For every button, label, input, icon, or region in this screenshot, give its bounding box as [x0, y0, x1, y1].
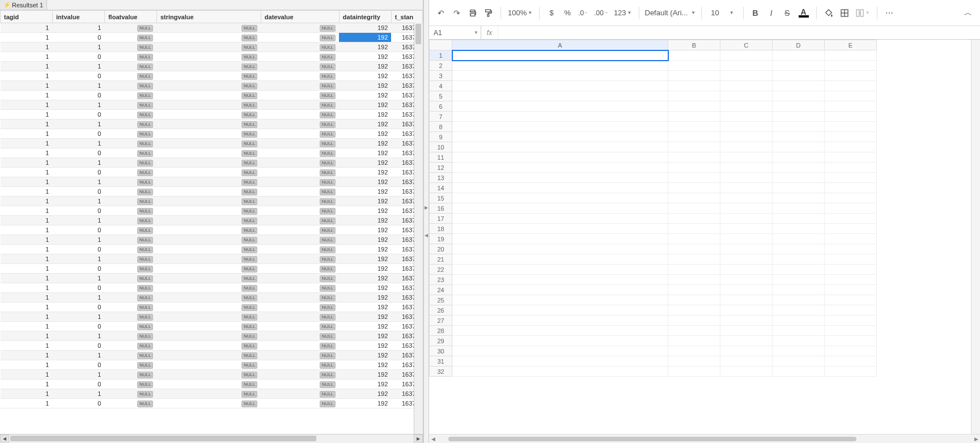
cell[interactable]: 1 [1, 187, 53, 197]
sheet-cell[interactable] [773, 316, 825, 326]
sheet-cell[interactable] [668, 224, 720, 234]
sheet-cell[interactable] [720, 336, 773, 346]
table-row[interactable]: 10NULLNULLNULL19216372 [1, 283, 423, 293]
cell[interactable]: NULL [261, 52, 339, 62]
cell[interactable]: NULL [104, 254, 156, 264]
row-header[interactable]: 18 [430, 224, 452, 234]
cell[interactable]: 192 [339, 245, 391, 254]
row-header[interactable]: 15 [430, 193, 452, 203]
cell[interactable]: 1 [1, 197, 53, 206]
cell[interactable]: 1 [52, 120, 104, 129]
collapse-toolbar-button[interactable]: ︿ [962, 5, 974, 21]
cell[interactable]: NULL [261, 274, 339, 283]
table-row[interactable]: 10NULLNULLNULL19216372 [1, 322, 423, 331]
table-row[interactable]: 11NULLNULLNULL19216372 [1, 177, 423, 187]
cell[interactable]: 1 [1, 168, 53, 177]
row-header[interactable]: 13 [430, 173, 452, 183]
sheet-cell[interactable] [825, 71, 877, 81]
cell[interactable]: NULL [156, 33, 261, 42]
sheet-cell[interactable] [668, 295, 720, 305]
sheet-cell[interactable] [825, 50, 877, 61]
sheet-cell[interactable] [720, 214, 773, 224]
sheet-cell[interactable] [773, 203, 825, 214]
table-row[interactable]: 10NULLNULLNULL19216372 [1, 225, 423, 235]
table-row[interactable]: 10NULLNULLNULL19216372 [1, 91, 423, 100]
cell[interactable]: NULL [104, 177, 156, 187]
cell[interactable]: NULL [104, 360, 156, 370]
cell[interactable]: 1 [1, 264, 53, 274]
cell[interactable]: NULL [104, 52, 156, 62]
column-header-C[interactable]: C [720, 40, 773, 50]
cell[interactable]: 1 [1, 100, 53, 110]
sheet-cell[interactable] [720, 244, 773, 254]
sheet-cell[interactable] [720, 356, 773, 367]
scroll-right-icon[interactable]: ▶ [414, 435, 423, 442]
column-header-B[interactable]: B [668, 40, 720, 50]
cell[interactable]: NULL [156, 148, 261, 158]
cell[interactable]: NULL [156, 23, 261, 33]
sheet-cell[interactable] [452, 356, 668, 367]
row-header[interactable]: 11 [430, 152, 452, 163]
cell[interactable]: 192 [339, 360, 391, 370]
sheet-cell[interactable] [668, 275, 720, 285]
table-row[interactable]: 11NULLNULLNULL19216372 [1, 158, 423, 168]
sheet-cell[interactable] [668, 173, 720, 183]
row-header[interactable]: 17 [430, 214, 452, 224]
cell[interactable]: 0 [52, 168, 104, 177]
sheet-cell[interactable] [452, 346, 668, 356]
cell[interactable]: NULL [104, 197, 156, 206]
table-row[interactable]: 11NULLNULLNULL19216372 [1, 139, 423, 148]
cell[interactable]: 192 [339, 158, 391, 168]
column-header-intvalue[interactable]: intvalue [52, 11, 104, 23]
cell[interactable]: NULL [261, 139, 339, 148]
cell[interactable]: 192 [339, 71, 391, 81]
sheet-cell[interactable] [452, 203, 668, 214]
sheet-cell[interactable] [720, 295, 773, 305]
column-header-floatvalue[interactable]: floatvalue [104, 11, 156, 23]
sheet-cell[interactable] [668, 163, 720, 173]
cell[interactable]: NULL [104, 331, 156, 341]
cell[interactable]: 1 [1, 62, 53, 71]
sheet-cell[interactable] [668, 367, 720, 377]
cell[interactable]: NULL [156, 264, 261, 274]
sheet-cell[interactable] [452, 244, 668, 254]
cell[interactable]: 192 [339, 303, 391, 312]
cell[interactable]: 1 [52, 312, 104, 322]
cell[interactable]: 1 [52, 389, 104, 399]
cell[interactable]: NULL [104, 62, 156, 71]
cell[interactable]: NULL [261, 158, 339, 168]
cell[interactable]: NULL [261, 283, 339, 293]
cell[interactable]: 1 [52, 42, 104, 52]
cell[interactable]: NULL [104, 235, 156, 245]
sheet-cell[interactable] [452, 71, 668, 81]
row-header[interactable]: 5 [430, 91, 452, 101]
percent-button[interactable]: % [561, 5, 574, 21]
cell[interactable]: NULL [156, 158, 261, 168]
cell[interactable]: NULL [104, 42, 156, 52]
sheet-cell[interactable] [720, 224, 773, 234]
cell[interactable]: 0 [52, 52, 104, 62]
cell[interactable]: 192 [339, 322, 391, 331]
sheet-cell[interactable] [452, 132, 668, 142]
sheet-cell[interactable] [825, 101, 877, 112]
cell[interactable]: NULL [261, 399, 339, 408]
cell[interactable]: NULL [156, 254, 261, 264]
table-row[interactable]: 11NULLNULLNULL19216372 [1, 120, 423, 129]
sheet-cell[interactable] [668, 183, 720, 193]
cell[interactable]: NULL [104, 120, 156, 129]
cell[interactable]: NULL [156, 197, 261, 206]
sheet-cell[interactable] [825, 254, 877, 265]
row-header[interactable]: 29 [430, 336, 452, 346]
cell[interactable]: 192 [339, 139, 391, 148]
cell[interactable]: 192 [339, 331, 391, 341]
sheet-cell[interactable] [825, 367, 877, 377]
sheet-cell[interactable] [825, 173, 877, 183]
cell[interactable]: 192 [339, 389, 391, 399]
sheet-cell[interactable] [773, 346, 825, 356]
cell[interactable]: NULL [104, 81, 156, 91]
sheet-cell[interactable] [773, 71, 825, 81]
cell[interactable]: NULL [156, 370, 261, 380]
cell[interactable]: NULL [261, 370, 339, 380]
sheet-cell[interactable] [668, 101, 720, 112]
cell[interactable]: NULL [261, 168, 339, 177]
